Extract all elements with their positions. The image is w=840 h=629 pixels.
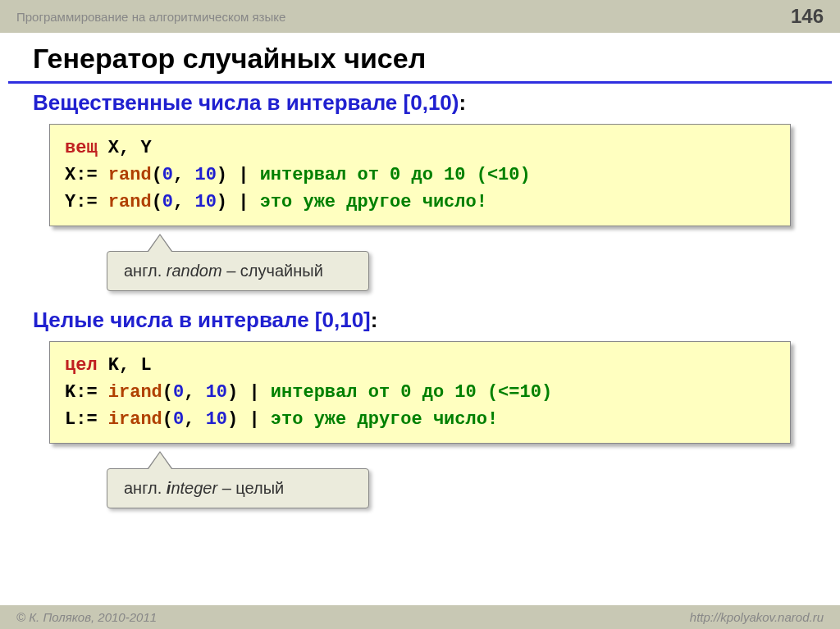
code-block-2: цел K, L K:= irand(0, 10) | интервал от … (49, 341, 791, 444)
section1-title: Вещественные числа в интервале [0,10): (25, 90, 815, 116)
breadcrumb: Программирование на алгоритмическом язык… (16, 10, 285, 24)
code-line: L:= irand(0, 10) | это уже другое число! (65, 406, 775, 433)
code-line: Y:= rand(0, 10) | это уже другое число! (65, 189, 775, 216)
code-line: цел K, L (65, 352, 775, 379)
note-word: nteger (171, 479, 217, 497)
footer: © К. Поляков, 2010-2011 http://kpolyakov… (0, 605, 840, 629)
code-line: вещ X, Y (65, 134, 775, 162)
code-block-1: вещ X, Y X:= rand(0, 10) | интервал от 0… (49, 124, 791, 226)
section2-title-text: Целые числа в интервале [0,10] (33, 308, 371, 332)
section1-colon: : (459, 90, 466, 115)
header-bar: Программирование на алгоритмическом язык… (0, 0, 840, 33)
section2-title: Целые числа в интервале [0,10]: (25, 308, 815, 333)
note-random: англ. random – случайный (107, 251, 369, 291)
page-number: 146 (791, 5, 824, 28)
note-prefix: англ. (124, 262, 167, 280)
note-integer: англ. integer – целый (107, 468, 369, 508)
note-word: random (167, 262, 222, 280)
copyright: © К. Поляков, 2010-2011 (16, 610, 157, 624)
code-line: X:= rand(0, 10) | интервал от 0 до 10 (<… (65, 162, 775, 189)
note-prefix: англ. (124, 479, 167, 497)
note-suffix: – целый (217, 479, 284, 497)
section1-title-text: Вещественные числа в интервале [0,10) (33, 90, 459, 115)
section2-colon: : (371, 308, 378, 332)
footer-url: http://kpolyakov.narod.ru (690, 610, 824, 624)
code-line: K:= irand(0, 10) | интервал от 0 до 10 (… (65, 379, 775, 406)
content: Вещественные числа в интервале [0,10): в… (0, 84, 840, 508)
note-suffix: – случайный (222, 262, 323, 280)
page-title: Генератор случайных чисел (8, 33, 832, 84)
